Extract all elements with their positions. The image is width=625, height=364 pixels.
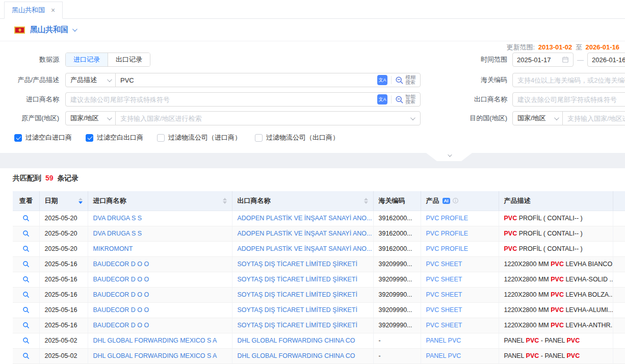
sort-icon-importer[interactable] [223,198,227,204]
cell-product: PVC SHEET [421,272,499,287]
col-header-importer[interactable]: 进口商名称 [88,191,232,211]
cell-date: 2025-05-20 [39,211,88,226]
product-link[interactable]: PVC PROFILE [426,230,468,237]
exporter-link[interactable]: ADOPEN PLASTİK VE İNŞAAT SANAYİ ANO... [238,215,372,222]
view-record-button[interactable] [22,306,30,314]
hs-code-input[interactable] [512,73,625,87]
checkbox-icon[interactable] [157,134,165,142]
exporter-link[interactable]: DHL GLOBAL FORWARDING CHINA CO [238,352,355,359]
cell-overflow [613,318,625,333]
view-record-button[interactable] [22,261,30,268]
col-header-exporter[interactable]: 出口商名称 [232,191,373,211]
checkbox-filter-logistics-importer[interactable]: 过滤物流公司（进口商） [157,133,241,142]
product-type-select[interactable]: 产品描述 [66,73,116,87]
exporter-link[interactable]: SOYTAŞ DIŞ TİCARET LİMİTED ŞİRKETİ [238,291,357,298]
product-link[interactable]: PVC SHEET [426,276,462,283]
checkbox-filter-blank-exporter[interactable]: 过滤空白出口商 [86,133,143,142]
cell-hs-code: 39209990... [373,272,421,287]
importer-link[interactable]: DVA DRUGA S S [93,230,142,237]
exporter-link[interactable]: SOYTAŞ DIŞ TİCARET LİMİTED ŞİRKETİ [238,306,357,314]
table-row: 2025-05-20DVA DRUGA S SADOPEN PLASTİK VE… [13,211,625,226]
cell-product: PVC SHEET [421,318,499,333]
cell-exporter: ADOPEN PLASTİK VE İNŞAAT SANAYİ ANO... [232,241,373,256]
magnifier-icon [22,261,30,268]
view-record-button[interactable] [22,276,30,283]
destination-country-select[interactable]: 国家/地区 [513,112,563,125]
importer-link[interactable]: DVA DRUGA S S [93,215,142,222]
view-record-button[interactable] [22,215,30,222]
importer-input[interactable] [66,96,377,103]
view-record-button[interactable] [22,322,30,329]
cell-date: 2025-05-16 [39,287,88,302]
smart-search-button[interactable]: 智能 搜索 [392,94,420,105]
cell-date: 2025-05-16 [39,256,88,272]
cell-overflow [613,226,625,241]
importer-link[interactable]: BAUDECOR D O O [93,261,149,268]
view-record-button[interactable] [22,291,30,298]
product-link[interactable]: PVC SHEET [426,291,462,298]
checkbox-icon[interactable] [14,134,22,142]
product-link[interactable]: PVC SHEET [426,261,462,268]
exporter-link[interactable]: SOYTAŞ DIŞ TİCARET LİMİTED ŞİRKETİ [238,322,357,329]
product-link[interactable]: PVC SHEET [426,322,462,329]
exporter-link[interactable]: ADOPEN PLASTİK VE İNŞAAT SANAYİ ANO... [238,230,372,237]
hs-code-label: 海关编码 [460,75,507,85]
sort-icon-date[interactable] [79,198,83,204]
fuzzy-search-button[interactable]: 模糊 搜索 [392,75,420,85]
chevron-down-icon[interactable] [72,27,77,32]
checkbox-filter-logistics-exporter[interactable]: 过滤物流公司（出口商） [255,133,339,142]
product-input[interactable] [116,76,377,84]
view-record-button[interactable] [22,337,30,344]
product-link[interactable]: PVC SHEET [426,306,462,314]
import-records-option[interactable]: 进口记录 [66,53,108,66]
exporter-link[interactable]: DHL GLOBAL FORWARDING CHINA CO [238,337,355,344]
cell-exporter: ADOPEN PLASTİK VE İNŞAAT SANAYİ ANO... [232,226,373,241]
importer-link[interactable]: BAUDECOR D O O [93,322,149,329]
importer-link[interactable]: DHL GLOBAL FORWARDING MEXICO S A [93,352,217,359]
translate-icon[interactable]: 文A [377,75,387,85]
origin-country-select-value: 国家/地区 [70,114,99,123]
cell-overflow [613,333,625,348]
table-row: 2025-05-02DHL GLOBAL FORWARDING MEXICO S… [13,333,625,348]
cell-importer: DHL GLOBAL FORWARDING MEXICO S A [88,333,232,348]
collapse-filters-button[interactable] [426,153,472,161]
date-from-input[interactable]: 2025-01-17 [512,53,574,67]
importer-link[interactable]: BAUDECOR D O O [93,276,149,283]
cell-exporter: DHL GLOBAL FORWARDING CHINA CO [232,333,373,348]
table-row: 2025-05-16BAUDECOR D O OSOYTAŞ DIŞ TİCAR… [13,256,625,272]
importer-link[interactable]: MIKROMONT [93,245,133,252]
importer-link[interactable]: BAUDECOR D O O [93,306,149,314]
exporter-link[interactable]: SOYTAŞ DIŞ TİCARET LİMİTED ŞİRKETİ [238,261,357,268]
view-record-button[interactable] [22,230,30,237]
importer-link[interactable]: BAUDECOR D O O [93,291,149,298]
product-link[interactable]: PANEL PVC [426,352,461,359]
cell-exporter: SOYTAŞ DIŞ TİCARET LİMİTED ŞİRKETİ [232,302,373,318]
country-title[interactable]: 黑山共和国 [30,25,68,35]
importer-link[interactable]: DHL GLOBAL FORWARDING MEXICO S A [93,337,217,344]
tab-montenegro[interactable]: 黑山共和国 × [4,2,63,19]
origin-country-select[interactable]: 国家/地区 [66,112,116,125]
origin-country-input[interactable] [116,115,410,122]
product-link[interactable]: PVC PROFILE [426,245,468,252]
export-records-option[interactable]: 出口记录 [108,53,150,66]
exporter-link[interactable]: SOYTAŞ DIŞ TİCARET LİMİTED ŞİRKETİ [238,276,357,283]
product-link[interactable]: PVC PROFILE [426,215,468,222]
info-icon[interactable] [452,197,459,204]
view-record-button[interactable] [22,352,30,359]
destination-country-input[interactable] [563,115,625,122]
product-link[interactable]: PANEL PVC [426,337,461,344]
search-minus-icon [395,95,404,104]
smart-search-label: 智能 搜索 [405,94,415,105]
col-header-date[interactable]: 日期 [39,191,88,211]
checkbox-icon[interactable] [255,134,263,142]
date-to-input[interactable]: 2026-01-16 [587,53,625,67]
checkbox-filter-blank-importer[interactable]: 过滤空白进口商 [14,133,72,142]
exporter-input[interactable] [512,92,625,107]
view-record-button[interactable] [22,245,30,252]
exporter-link[interactable]: ADOPEN PLASTİK VE İNŞAAT SANAYİ ANO... [238,245,372,252]
cell-date: 2025-05-02 [39,348,88,363]
translate-icon[interactable]: 文A [377,94,387,105]
checkbox-icon[interactable] [86,134,93,142]
close-icon[interactable]: × [51,6,55,14]
sort-icon-exporter[interactable] [364,198,368,204]
